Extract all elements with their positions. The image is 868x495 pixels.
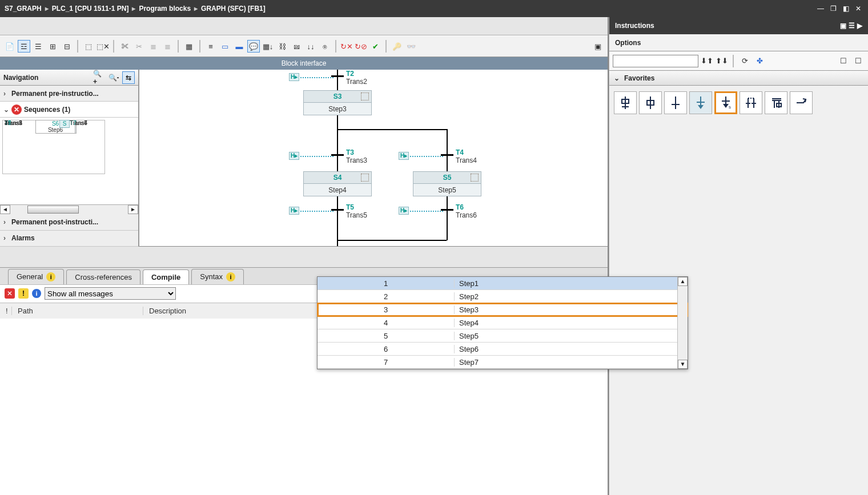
fav-insert-sim-branch[interactable]	[765, 91, 787, 114]
popup-row[interactable]: 7Step7	[318, 356, 688, 369]
nav-alarms-item[interactable]: ›Alarms	[0, 231, 138, 247]
search-down-icon[interactable]: ⬇⬆	[701, 55, 713, 67]
toolbar-btn-4[interactable]: ⊞	[46, 40, 59, 53]
search-up-icon[interactable]: ⬆⬇	[716, 55, 728, 67]
popup-row[interactable]: 6Step6	[318, 343, 688, 356]
zoom-out-icon[interactable]: 🔍-	[107, 71, 120, 84]
instructions-search-input[interactable]	[613, 55, 698, 67]
toolbar-btn-right[interactable]: ▣	[592, 40, 604, 53]
step-action-icon[interactable]	[361, 174, 369, 182]
toolbar-btn-23[interactable]: ↻⊘	[355, 40, 367, 53]
favorites-palette: s	[609, 86, 868, 120]
nav-minimap[interactable]: T1 Trans1 2 T2 Trans2 3 T3 Trans3 T4 Tra…	[0, 118, 138, 204]
nav-sequences-item[interactable]: ⌄✕Sequences (1)	[0, 102, 138, 118]
graph-editor[interactable]: H▸ T2Trans2 S3 Step3 H▸ T3Trans3 H▸ T4Tr…	[139, 70, 608, 247]
toolbar-btn-7[interactable]: ⬚✕	[97, 40, 109, 53]
tab-compile[interactable]: Compile	[143, 269, 189, 284]
minimize-icon[interactable]: —	[815, 5, 826, 13]
step3-box[interactable]: S3 Step3	[303, 90, 372, 115]
trans6-condition-icon[interactable]: H▸	[399, 207, 409, 215]
toolbar-btn-3[interactable]: ☰	[32, 40, 45, 53]
toolbar-btn-6[interactable]: ⬚	[82, 40, 95, 53]
crumb-0[interactable]: S7_GRAPH	[5, 5, 42, 13]
popup-row[interactable]: 3Step3	[318, 303, 688, 316]
toolbar-btn-cut[interactable]: ✀	[118, 40, 131, 53]
fav-insert-seq-end[interactable]	[689, 91, 712, 114]
trans4-condition-icon[interactable]: H▸	[399, 152, 409, 160]
toolbar-btn-11[interactable]: ≣	[161, 40, 174, 53]
svg-text:s: s	[729, 104, 731, 110]
fav-insert-trans[interactable]	[664, 91, 687, 114]
main-toolbar: 📄 ☲ ☰ ⊞ ⊟ ⬚ ⬚✕ ✀ ✂ ≣ ≣ ▦ ≡ ▭ ▬ 💬 ▦↓ ⛓ 🖭 …	[0, 35, 608, 57]
fav-insert-step-trans[interactable]	[614, 91, 637, 114]
toolbar-btn-15[interactable]: ▬	[233, 40, 246, 53]
nav-hscroll[interactable]: ◄►	[0, 204, 138, 215]
toolbar-btn-20[interactable]: ↓↓	[304, 40, 317, 53]
toolbar-btn-25[interactable]: 🔑	[391, 40, 403, 53]
panel-pin-icon[interactable]: ▣	[840, 22, 846, 30]
crumb-2[interactable]: Program blocks	[139, 5, 191, 13]
toolbar-btn-21[interactable]: ⍟	[319, 40, 331, 53]
panel-collapse-icon[interactable]: ▶	[857, 22, 862, 30]
zoom-in-icon[interactable]: 🔍+	[93, 71, 105, 84]
fav-insert-step[interactable]	[639, 91, 662, 114]
panel-layout-icon[interactable]: ☰	[849, 22, 855, 30]
svg-marker-12	[723, 104, 729, 108]
tab-general[interactable]: Generali	[8, 269, 64, 284]
tab-cross-references[interactable]: Cross-references	[66, 269, 140, 284]
toolbar-btn-comment[interactable]: 💬	[247, 40, 260, 53]
toolbar-btn-10[interactable]: ≣	[147, 40, 159, 53]
toolbar-btn-5[interactable]: ⊟	[61, 40, 73, 53]
popup-row[interactable]: 2Step2	[318, 290, 688, 303]
instr-view-2[interactable]: ☐	[852, 55, 865, 67]
close-icon[interactable]: ✕	[853, 5, 863, 13]
toolbar-btn-19[interactable]: 🖭	[290, 40, 303, 53]
instr-tool-1[interactable]: ⟳	[738, 55, 751, 67]
info-filter-icon[interactable]: i	[32, 289, 41, 298]
jump-mini-icon: S	[59, 120, 70, 128]
instr-view-1[interactable]: ☐	[837, 55, 850, 67]
toolbar-btn-22[interactable]: ↻✕	[340, 40, 353, 53]
favorites-header[interactable]: ⌄Favorites	[609, 71, 868, 86]
message-filter-select[interactable]: Show all messages	[45, 287, 176, 300]
navigation-header: Navigation 🔍+ 🔍- ⇆	[0, 70, 138, 86]
toolbar-btn-1[interactable]: 📄	[3, 40, 16, 53]
tab-syntax[interactable]: Syntaxi	[191, 269, 244, 284]
nav-pre-item[interactable]: ›Permanent pre-instructio...	[0, 86, 138, 102]
crumb-1[interactable]: PLC_1 [CPU 1511-1 PN]	[52, 5, 129, 13]
toolbar-btn-24[interactable]: ✔	[369, 40, 381, 53]
toolbar-btn-18[interactable]: ⛓	[276, 40, 288, 53]
error-filter-icon[interactable]: ✕	[5, 288, 15, 299]
trans2-condition-icon[interactable]: H▸	[289, 73, 299, 81]
toolbar-btn-17[interactable]: ▦↓	[262, 40, 274, 53]
warning-filter-icon[interactable]: !	[18, 288, 29, 299]
toolbar-btn-9[interactable]: ✂	[132, 40, 145, 53]
options-header[interactable]: Options	[609, 34, 868, 51]
popup-row[interactable]: 1Step1	[318, 277, 688, 290]
fav-insert-jump[interactable]: s	[714, 91, 737, 114]
nav-post-item[interactable]: ›Permanent post-instructi...	[0, 215, 138, 231]
fav-insert-alt-branch[interactable]	[740, 91, 762, 114]
fav-close-branch[interactable]	[790, 91, 813, 114]
toolbar-btn-13[interactable]: ≡	[204, 40, 217, 53]
toolbar-btn-12[interactable]: ▦	[183, 40, 195, 53]
step-action-icon[interactable]	[361, 92, 369, 100]
breadcrumb-bar: S7_GRAPH▸ PLC_1 [CPU 1511-1 PN]▸ Program…	[0, 0, 868, 17]
restore-icon[interactable]: ❐	[828, 5, 838, 13]
trans3-condition-icon[interactable]: H▸	[289, 152, 299, 160]
popup-row[interactable]: 5Step5	[318, 329, 688, 343]
step5-box[interactable]: S5 Step5	[413, 171, 481, 196]
toolbar-btn-2[interactable]: ☲	[18, 40, 30, 53]
trans5-condition-icon[interactable]: H▸	[289, 207, 299, 215]
toolbar-btn-glasses[interactable]: 👓	[405, 40, 417, 53]
step-action-icon[interactable]	[471, 174, 479, 182]
jump-target-popup[interactable]: 1Step12Step23Step34Step45Step56Step67Ste…	[317, 276, 688, 369]
step4-box[interactable]: S4 Step4	[303, 171, 372, 196]
popup-row[interactable]: 4Step4	[318, 316, 688, 329]
maxgroup-icon[interactable]: ◧	[841, 5, 851, 13]
crumb-3[interactable]: GRAPH (SFC) [FB1]	[201, 5, 266, 13]
nav-sync-icon[interactable]: ⇆	[122, 71, 135, 84]
instr-tool-2[interactable]: ✤	[753, 55, 766, 67]
toolbar-btn-14[interactable]: ▭	[219, 40, 231, 53]
popup-vscroll[interactable]: ▲ ▼	[677, 277, 688, 369]
